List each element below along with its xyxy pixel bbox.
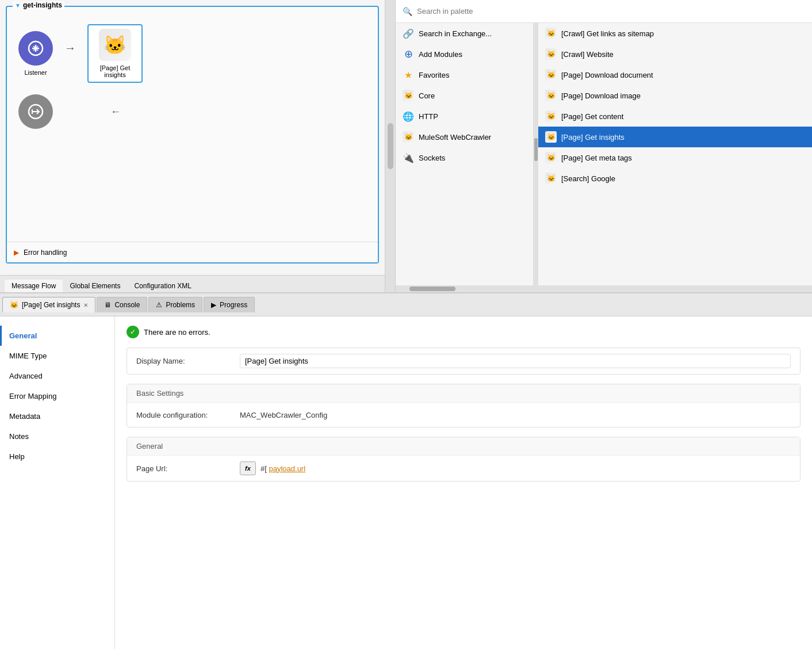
- display-name-input[interactable]: [240, 354, 791, 368]
- palette-area: 🔍 🔗 Search in Exchange... ⊕ Add Modules …: [396, 0, 812, 292]
- crawl-sitemap-label: [Crawl] Get links as sitemap: [561, 29, 654, 38]
- tab-global-elements[interactable]: Global Elements: [63, 280, 127, 292]
- response-icon: [18, 94, 53, 129]
- panel-tab-problems-label: Problems: [166, 301, 195, 309]
- back-arrow: ←: [110, 106, 121, 118]
- panel-tab-console-label: Console: [114, 301, 140, 309]
- search-google-label: [Search] Google: [561, 174, 615, 183]
- basic-settings-header: Basic Settings: [127, 384, 800, 403]
- palette-hscrollbar[interactable]: [396, 285, 812, 292]
- page-url-label: Page Url:: [136, 464, 240, 473]
- page-get-insights-node[interactable]: 🐱 [Page] Get insights: [87, 24, 143, 83]
- palette-search-bar: 🔍: [396, 0, 812, 23]
- panel-tab-page-get-insights[interactable]: 🐱 [Page] Get insights ✕: [2, 297, 95, 312]
- tab-message-flow[interactable]: Message Flow: [5, 280, 63, 292]
- palette-item-http[interactable]: 🌐 HTTP: [396, 106, 533, 127]
- no-errors-banner: ✓ There are no errors.: [127, 326, 800, 338]
- page-download-doc-icon: 🐱: [545, 69, 557, 81]
- palette-right-item-search-google[interactable]: 🐱 [Search] Google: [538, 168, 812, 189]
- palette-item-core[interactable]: 🐱 Core: [396, 85, 533, 106]
- page-get-meta-icon: 🐱: [545, 152, 557, 163]
- sidebar-item-help[interactable]: Help: [0, 446, 114, 467]
- page-get-insights-palette-label: [Page] Get insights: [561, 133, 625, 142]
- palette-item-exchange-label: Search in Exchange...: [419, 29, 492, 38]
- palette-columns: 🔗 Search in Exchange... ⊕ Add Modules ★ …: [396, 23, 812, 285]
- palette-item-sockets-label: Sockets: [419, 154, 445, 162]
- page-download-doc-label: [Page] Download document: [561, 71, 653, 79]
- page-get-insights-label: [Page] Get insights: [92, 64, 138, 78]
- sidebar-item-advanced[interactable]: Advanced: [0, 366, 114, 386]
- sidebar-item-notes[interactable]: Notes: [0, 426, 114, 446]
- crawl-sitemap-icon: 🐱: [545, 28, 557, 39]
- palette-item-exchange[interactable]: 🔗 Search in Exchange...: [396, 23, 533, 44]
- palette-right-column: 🐱 [Crawl] Get links as sitemap 🐱 [Crawl]…: [538, 23, 812, 285]
- search-icon: 🔍: [403, 7, 412, 16]
- response-node[interactable]: [18, 94, 53, 129]
- page-url-row: Page Url: fx #[ payload.url: [127, 456, 800, 481]
- module-config-label: Module configuration:: [136, 411, 240, 419]
- crawl-website-icon: 🐱: [545, 48, 557, 60]
- palette-item-add-modules-label: Add Modules: [419, 50, 462, 59]
- tab-configuration-xml[interactable]: Configuration XML: [127, 280, 198, 292]
- progress-icon: ▶: [211, 301, 216, 309]
- canvas-scrollbar[interactable]: [385, 0, 396, 292]
- panel-tabs: 🐱 [Page] Get insights ✕ 🖥 Console ⚠ Prob…: [0, 293, 812, 316]
- palette-item-favorites-label: Favorites: [419, 71, 449, 79]
- palette-right-item-crawl-website[interactable]: 🐱 [Crawl] Website: [538, 44, 812, 64]
- sidebar-item-general[interactable]: General: [0, 326, 114, 346]
- bottom-panel: 🐱 [Page] Get insights ✕ 🖥 Console ⚠ Prob…: [0, 293, 812, 649]
- palette-search-input[interactable]: [417, 7, 805, 16]
- palette-item-webcrawler[interactable]: 🐱 MuleSoft WebCrawler: [396, 127, 533, 147]
- display-name-row: Display Name:: [127, 348, 800, 374]
- sidebar-item-metadata[interactable]: Metadata: [0, 406, 114, 426]
- no-errors-check-icon: ✓: [127, 326, 139, 338]
- exchange-icon: 🔗: [403, 28, 414, 39]
- panel-tab-page-get-insights-label: [Page] Get insights: [22, 301, 80, 309]
- palette-right-item-page-get-insights[interactable]: 🐱 [Page] Get insights: [538, 127, 812, 147]
- config-sidebar: General MIME Type Advanced Error Mapping…: [0, 316, 115, 649]
- palette-left-column: 🔗 Search in Exchange... ⊕ Add Modules ★ …: [396, 23, 534, 285]
- module-config-value: MAC_WebCrawler_Config: [240, 411, 791, 419]
- general-section: General Page Url: fx #[ payload.url: [127, 437, 800, 482]
- palette-item-add-modules[interactable]: ⊕ Add Modules: [396, 44, 533, 64]
- bottom-nodes: ←: [7, 94, 378, 135]
- canvas-area: ▼ get-insights Listener →: [0, 0, 385, 292]
- module-config-row: Module configuration: MAC_WebCrawler_Con…: [127, 403, 800, 427]
- http-icon: 🌐: [403, 110, 414, 122]
- palette-right-item-page-download-doc[interactable]: 🐱 [Page] Download document: [538, 64, 812, 85]
- panel-tab-cat-icon: 🐱: [10, 301, 18, 309]
- page-get-content-icon: 🐱: [545, 110, 557, 122]
- listener-node[interactable]: Listener: [18, 31, 53, 76]
- fx-button[interactable]: fx: [240, 461, 256, 475]
- general-section-header: General: [127, 437, 800, 456]
- panel-tab-progress[interactable]: ▶ Progress: [204, 297, 255, 312]
- palette-right-item-page-get-content[interactable]: 🐱 [Page] Get content: [538, 106, 812, 127]
- palette-right-item-page-get-meta[interactable]: 🐱 [Page] Get meta tags: [538, 147, 812, 168]
- palette-item-http-label: HTTP: [419, 112, 438, 121]
- panel-tab-console[interactable]: 🖥 Console: [97, 297, 147, 312]
- palette-item-webcrawler-label: MuleSoft WebCrawler: [419, 133, 491, 142]
- add-modules-icon: ⊕: [403, 48, 414, 60]
- palette-scrollbar[interactable]: [534, 23, 538, 285]
- sidebar-item-mime-type[interactable]: MIME Type: [0, 346, 114, 366]
- panel-tab-problems[interactable]: ⚠ Problems: [148, 297, 202, 312]
- page-url-expression[interactable]: #[ payload.url: [261, 464, 305, 473]
- palette-item-core-label: Core: [419, 91, 435, 100]
- error-handling-bar[interactable]: ▶ Error handling: [7, 242, 378, 262]
- panel-tab-close-button[interactable]: ✕: [83, 302, 88, 308]
- sidebar-item-error-mapping[interactable]: Error Mapping: [0, 386, 114, 406]
- webcrawler-icon: 🐱: [403, 131, 414, 143]
- console-icon: 🖥: [104, 301, 111, 309]
- palette-item-sockets[interactable]: 🔌 Sockets: [396, 147, 533, 168]
- basic-settings-section: Basic Settings Module configuration: MAC…: [127, 384, 800, 427]
- core-icon: 🐱: [403, 90, 414, 101]
- page-get-meta-label: [Page] Get meta tags: [561, 154, 632, 162]
- scroll-thumb: [388, 123, 393, 169]
- search-google-icon: 🐱: [545, 173, 557, 184]
- problems-icon: ⚠: [156, 301, 162, 309]
- palette-hscroll-thumb: [409, 287, 455, 291]
- palette-right-item-page-download-image[interactable]: 🐱 [Page] Download image: [538, 85, 812, 106]
- palette-right-item-crawl-sitemap[interactable]: 🐱 [Crawl] Get links as sitemap: [538, 23, 812, 44]
- palette-item-favorites[interactable]: ★ Favorites: [396, 64, 533, 85]
- listener-label: Listener: [24, 69, 47, 76]
